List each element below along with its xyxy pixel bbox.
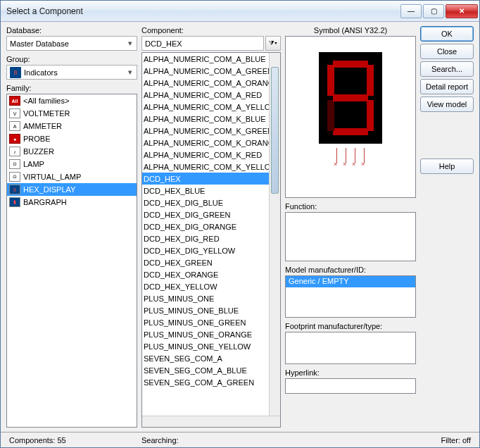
component-item[interactable]: DCD_HEX_YELLOW [142, 280, 269, 292]
component-item[interactable]: ALPHA_NUMERIC_COM_K_GREEN [142, 125, 269, 137]
database-label: Database: [6, 26, 137, 35]
vertical-scrollbar[interactable] [269, 53, 280, 416]
family-item[interactable]: All<All families> [7, 94, 137, 107]
component-item[interactable]: ALPHA_NUMERIC_COM_A_GREEN [142, 65, 269, 77]
family-item[interactable]: ▮BARGRAPH [7, 196, 137, 209]
component-item[interactable]: ALPHA_NUMERIC_COM_A_ORANGE [142, 77, 269, 89]
component-item[interactable]: SEVEN_SEG_COM_A_GREEN [142, 376, 269, 388]
component-item[interactable]: DCD_HEX_GREEN [142, 256, 269, 268]
component-item[interactable]: DCD_HEX [142, 173, 269, 185]
seven-segment-icon [319, 52, 382, 144]
component-item[interactable]: ALPHA_NUMERIC_COM_K_RED [142, 149, 269, 161]
component-item[interactable]: PLUS_MINUS_ONE_YELLOW [142, 340, 269, 352]
statusbar: Components: 55 Searching: Filter: off [1, 432, 479, 447]
component-item[interactable]: DCD_HEX_DIG_RED [142, 232, 269, 244]
window-title: Select a Component [6, 6, 400, 16]
family-item-label: LAMP [23, 160, 44, 168]
horizontal-scrollbar[interactable] [142, 416, 280, 427]
family-item-label: BUZZER [23, 147, 54, 156]
component-item[interactable]: DCD_HEX_BLUE [142, 185, 269, 197]
component-listbox[interactable]: ALPHA_NUMERIC_COM_A_BLUEALPHA_NUMERIC_CO… [142, 53, 269, 416]
close-window-button[interactable]: ✕ [446, 4, 478, 18]
family-listbox[interactable]: All<All families>VVOLTMETERAAMMETER●PROB… [6, 94, 137, 428]
family-icon: All [9, 96, 20, 106]
family-item[interactable]: ⊙LAMP [7, 158, 137, 170]
function-textbox[interactable] [285, 212, 416, 261]
component-item[interactable]: DCD_HEX_ORANGE [142, 268, 269, 280]
component-item[interactable]: ALPHA_NUMERIC_COM_A_RED [142, 89, 269, 101]
family-item-label: AMMETER [23, 122, 62, 130]
search-button[interactable]: Search... [420, 61, 474, 77]
footprint-listbox[interactable] [285, 332, 416, 364]
ok-button[interactable]: OK [420, 26, 474, 42]
symbol-preview [285, 36, 416, 198]
model-mfr-item[interactable]: Generic / EMPTY [286, 276, 415, 287]
component-label: Component: [141, 26, 281, 35]
component-item[interactable]: PLUS_MINUS_ONE_GREEN [142, 316, 269, 328]
function-label: Function: [285, 202, 416, 211]
family-icon: ▮ [9, 197, 20, 207]
family-item[interactable]: 8HEX_DISPLAY [7, 183, 137, 196]
family-label: Family: [6, 84, 137, 92]
status-components: Components: 55 [5, 436, 137, 444]
help-button[interactable]: Help [420, 158, 474, 174]
family-icon: 8 [9, 185, 20, 194]
component-item[interactable]: ALPHA_NUMERIC_COM_K_YELLOW [142, 161, 269, 173]
family-item[interactable]: ●PROBE [7, 132, 137, 145]
component-item[interactable]: DCD_HEX_DIG_YELLOW [142, 244, 269, 256]
component-item[interactable]: ALPHA_NUMERIC_COM_K_BLUE [142, 113, 269, 125]
family-icon: V [9, 108, 20, 118]
view-model-button[interactable]: View model [420, 97, 474, 112]
titlebar[interactable]: Select a Component — ▢ ✕ [1, 1, 479, 22]
group-dropdown[interactable]: 8 Indicators ▾ [6, 65, 137, 80]
family-item[interactable]: ♪BUZZER [7, 145, 137, 158]
family-item-label: VOLTMETER [23, 109, 70, 118]
family-icon: A [9, 121, 20, 131]
component-item[interactable]: PLUS_MINUS_ONE_BLUE [142, 304, 269, 316]
status-filter: Filter: off [436, 436, 475, 444]
component-item[interactable]: PLUS_MINUS_ONE_ORANGE [142, 328, 269, 340]
filter-icon: ⧩▾ [269, 39, 277, 47]
detail-report-button[interactable]: Detail report [420, 79, 474, 94]
component-item[interactable]: ALPHA_NUMERIC_COM_A_YELLOW [142, 101, 269, 113]
component-item[interactable]: ALPHA_NUMERIC_COM_K_ORANGE [142, 137, 269, 149]
model-mfr-label: Model manufacturer/ID: [285, 266, 416, 274]
component-item[interactable]: PLUS_MINUS_ONE [142, 292, 269, 304]
family-icon: ● [9, 134, 20, 144]
close-button[interactable]: Close [420, 44, 474, 59]
component-item[interactable]: DCD_HEX_DIG_BLUE [142, 197, 269, 209]
maximize-button[interactable]: ▢ [423, 4, 444, 18]
component-filter-options-button[interactable]: ⧩▾ [265, 36, 281, 51]
component-item[interactable]: SEVEN_SEG_COM_A_BLUE [142, 364, 269, 376]
hyperlink-textbox[interactable] [285, 378, 416, 394]
family-item[interactable]: AAMMETER [7, 120, 137, 132]
family-icon: ⊙ [9, 159, 20, 169]
component-filter-input[interactable] [141, 36, 264, 51]
database-dropdown[interactable]: Master Database ▾ [6, 36, 137, 51]
model-mfr-listbox[interactable]: Generic / EMPTY [285, 275, 416, 318]
symbol-title: Symbol (ANSI Y32.2) [285, 26, 416, 35]
footprint-label: Footprint manufacturer/type: [285, 322, 416, 330]
family-icon: ⊙ [9, 172, 20, 182]
status-searching: Searching: [137, 436, 436, 444]
component-item[interactable]: DCD_HEX_DIG_ORANGE [142, 220, 269, 232]
family-item-label: HEX_DISPLAY [23, 185, 75, 194]
chevron-down-icon: ▾ [125, 68, 135, 77]
component-item[interactable]: SEVEN_SEG_COM_A [142, 352, 269, 364]
group-label: Group: [6, 55, 137, 63]
chevron-down-icon: ▾ [125, 39, 135, 48]
family-item-label: <All families> [23, 97, 69, 105]
family-item-label: VIRTUAL_LAMP [23, 173, 81, 181]
component-item[interactable]: ALPHA_NUMERIC_COM_A_BLUE [142, 53, 269, 65]
family-item-label: BARGRAPH [23, 198, 67, 206]
family-icon: ♪ [9, 147, 20, 156]
family-item-label: PROBE [23, 135, 51, 143]
minimize-button[interactable]: — [400, 4, 422, 18]
indicator-icon: 8 [10, 67, 21, 78]
hyperlink-label: Hyperlink: [285, 368, 416, 377]
family-item[interactable]: VVOLTMETER [7, 107, 137, 120]
family-item[interactable]: ⊙VIRTUAL_LAMP [7, 170, 137, 183]
component-item[interactable]: DCD_HEX_DIG_GREEN [142, 209, 269, 220]
